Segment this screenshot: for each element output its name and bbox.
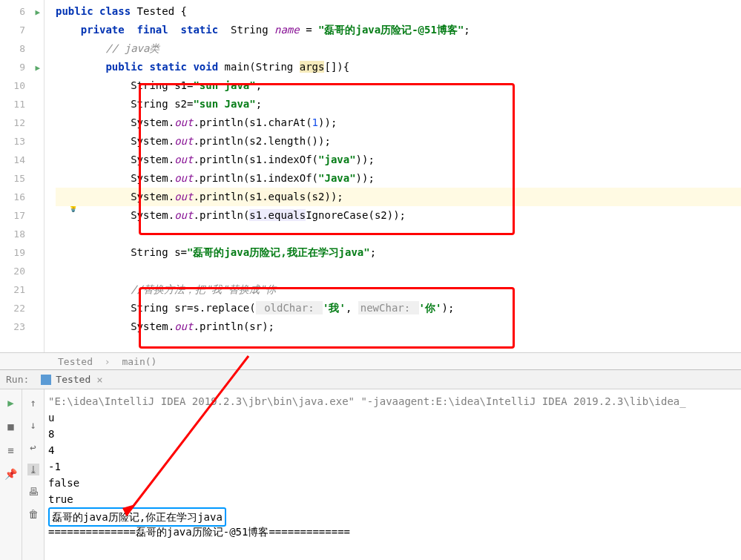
pin-icon[interactable]: 📌: [5, 468, 17, 480]
stop-icon[interactable]: ■: [5, 421, 17, 432]
trash-icon[interactable]: 🗑: [27, 508, 39, 520]
line-number: 7: [0, 21, 44, 39]
line-number: 10: [0, 76, 44, 95]
console-line: 磊哥的java历险记,你正在学习java: [48, 507, 741, 524]
down-icon[interactable]: ↓: [27, 419, 39, 431]
code-line[interactable]: System.out.println(sr);: [56, 317, 741, 336]
run-toolbar-secondary: ↑ ↓ ↩ ⤓ 🖶 🗑: [22, 389, 45, 560]
code-line[interactable]: //替换方法，把"我"替换成"你: [56, 280, 741, 299]
line-number: 11: [0, 95, 44, 113]
layout-icon[interactable]: ≡: [5, 444, 17, 456]
scroll-to-end-icon[interactable]: ⤓: [27, 464, 39, 475]
soft-wrap-icon[interactable]: ↩: [27, 441, 39, 453]
code-line[interactable]: String s="磊哥的java历险记,我正在学习java";: [56, 243, 741, 262]
run-label: Run:: [6, 374, 29, 385]
line-number: 18: [0, 225, 44, 243]
line-number: 17: [0, 206, 44, 225]
run-config-icon: [41, 375, 51, 385]
code-editor[interactable]: 6▶ 7 8 9▶ 10 11 12 13 14 15 16 17 18 19 …: [0, 0, 741, 352]
run-config-name[interactable]: Tested: [56, 374, 90, 385]
run-header: Run: Tested ×: [0, 370, 741, 389]
line-number: 15: [0, 169, 44, 188]
console-line: -1: [48, 458, 741, 475]
code-line[interactable]: String s1="sun java";: [56, 76, 741, 95]
code-line[interactable]: [56, 225, 741, 243]
line-number: 19: [0, 243, 44, 262]
line-number: 21: [0, 280, 44, 299]
breadcrumb[interactable]: Tested › main(): [0, 352, 741, 369]
line-number: 9▶: [0, 58, 44, 76]
line-number: 6▶: [0, 2, 44, 21]
breadcrumb-item[interactable]: main(): [122, 356, 157, 367]
code-line[interactable]: public static void main(String args[]){: [56, 58, 741, 76]
line-number: 13: [0, 132, 44, 151]
code-line[interactable]: System.out.println(s1.charAt(1));: [56, 113, 741, 132]
up-icon[interactable]: ↑: [27, 397, 39, 409]
run-tool-window: Run: Tested × ▶ ■ ≡ 📌 ↑ ↓ ↩ ⤓ 🖶 🗑 "E:\id…: [0, 369, 741, 560]
code-line[interactable]: System.out.println(s1.indexOf("java"));: [56, 151, 741, 169]
line-number: 8: [0, 39, 44, 58]
close-icon[interactable]: ×: [96, 374, 102, 386]
line-number: 22: [0, 299, 44, 317]
console-line: 8: [48, 426, 741, 442]
code-line[interactable]: [56, 262, 741, 280]
line-number: 16: [0, 188, 44, 206]
line-number: 20: [0, 262, 44, 280]
run-marker-icon[interactable]: ▶: [35, 2, 40, 21]
code-line[interactable]: String sr=s.replace( oldChar: '我', newCh…: [56, 299, 741, 317]
rerun-icon[interactable]: ▶: [5, 397, 17, 409]
run-toolbar-primary: ▶ ■ ≡ 📌: [0, 389, 22, 560]
code-line[interactable]: System.out.println(s1.indexOf("Java"));: [56, 169, 741, 188]
breadcrumb-item[interactable]: Tested: [58, 356, 93, 367]
console-output[interactable]: "E:\idea\IntelliJ IDEA 2019.2.3\jbr\bin\…: [45, 389, 741, 560]
console-line: ==============磊哥的java历险记-@51博客==========…: [48, 524, 741, 540]
code-line[interactable]: String s2="sun Java";: [56, 95, 741, 113]
console-line: 4: [48, 442, 741, 458]
console-line: u: [48, 409, 741, 426]
line-number: 14: [0, 151, 44, 169]
code-line-current[interactable]: System.out.println(s1.equals(s2));: [56, 188, 741, 206]
code-line[interactable]: System.out.println(s2.length());: [56, 132, 741, 151]
code-line[interactable]: System.out.println(s1.equalsIgnoreCase(s…: [56, 206, 741, 225]
code-line[interactable]: private final static String name = "磊哥的j…: [56, 21, 741, 39]
line-number: 12: [0, 113, 44, 132]
code-line[interactable]: // java类: [56, 39, 741, 58]
code-content[interactable]: public class Tested { private final stat…: [45, 0, 741, 352]
console-line: true: [48, 491, 741, 507]
chevron-right-icon: ›: [105, 356, 111, 367]
console-line: false: [48, 475, 741, 491]
code-line[interactable]: public class Tested {: [56, 2, 741, 21]
run-marker-icon[interactable]: ▶: [35, 58, 40, 76]
line-number: 23: [0, 317, 44, 336]
gutter: 6▶ 7 8 9▶ 10 11 12 13 14 15 16 17 18 19 …: [0, 0, 45, 352]
console-line: "E:\idea\IntelliJ IDEA 2019.2.3\jbr\bin\…: [48, 393, 741, 409]
print-icon[interactable]: 🖶: [27, 486, 39, 498]
